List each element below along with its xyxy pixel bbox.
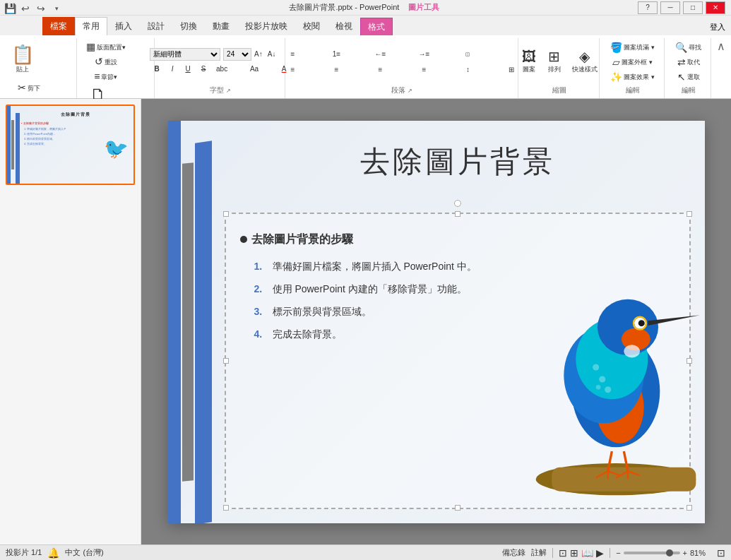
font-color-aa-btn[interactable]: Aa: [233, 62, 275, 76]
section-btn[interactable]: ≡ 章節▾: [83, 69, 129, 83]
reset-icon: ↺: [95, 56, 103, 66]
tab-design[interactable]: 設計: [140, 17, 172, 35]
tab-animation[interactable]: 動畫: [205, 17, 237, 35]
handle-ml[interactable]: [223, 358, 229, 364]
tab-insert[interactable]: 插入: [107, 17, 140, 35]
slide-area[interactable]: 去除圖片背景 去除圖片背景的步驟: [141, 99, 731, 544]
picture-btn[interactable]: 🖼 圖案: [518, 44, 540, 80]
save-btn[interactable]: 💾: [3, 1, 17, 16]
notes-btn[interactable]: 備忘錄: [502, 547, 525, 558]
layout-btn[interactable]: ▦ 版面配置▾: [83, 40, 129, 54]
handle-tl[interactable]: [223, 211, 229, 217]
zoom-out-btn[interactable]: −: [616, 549, 620, 557]
edit-group-label: 編輯: [682, 85, 696, 97]
select-label: 選取: [687, 73, 700, 82]
find-icon: 🔍: [675, 42, 687, 52]
rotate-handle[interactable]: [454, 200, 461, 207]
replace-label: 取代: [687, 58, 700, 67]
align-center-btn[interactable]: ≡: [315, 63, 357, 77]
font-size-select[interactable]: 24: [223, 48, 251, 61]
para-row2: ≡ ≡ ≡ ≡ ↕ ⊞: [271, 63, 533, 77]
paste-label: 貼上: [16, 65, 29, 74]
tab-transition[interactable]: 切換: [172, 17, 205, 35]
cut-btn[interactable]: ✂ 剪下: [7, 81, 51, 95]
columns-btn[interactable]: ⎅: [446, 47, 489, 61]
underline-btn[interactable]: U: [181, 62, 195, 76]
char-spacing-btn[interactable]: abc: [212, 62, 232, 76]
font-increase-btn[interactable]: A↑: [252, 48, 265, 61]
slide-panel: 1 去除圖片背景 • 去除圖片背景的步驟 1. 準備好圖片檔案，將圖片插入P 2…: [0, 99, 141, 544]
align-right-btn[interactable]: ≡: [359, 63, 401, 77]
signin-btn[interactable]: 登入: [704, 19, 731, 35]
step-num-2: 2.: [254, 279, 268, 299]
tab-format[interactable]: 格式: [360, 18, 393, 36]
slide-thumb-1[interactable]: 去除圖片背景 • 去除圖片背景的步驟 1. 準備好圖片檔案，將圖片插入P 2. …: [6, 105, 135, 185]
minimize-btn[interactable]: ─: [660, 1, 680, 14]
increase-indent-btn[interactable]: →≡: [403, 47, 445, 61]
layout-icon: ▦: [86, 42, 95, 52]
slide-sorter-btn[interactable]: ⊞: [570, 547, 578, 559]
normal-view-btn[interactable]: ⊡: [559, 547, 567, 559]
replace-btn[interactable]: ⇄ 取代: [667, 55, 710, 69]
arrange-btn[interactable]: ⊞ 排列: [543, 44, 566, 80]
picture-tools-label: 圖片工具: [408, 3, 439, 11]
cut-label: 剪下: [28, 84, 40, 93]
help-btn[interactable]: ?: [638, 1, 658, 14]
step-num-3: 3.: [254, 302, 268, 321]
bold-btn[interactable]: B: [150, 62, 164, 76]
status-bar: 投影片 1/1 🔔 中文 (台灣) 備忘錄 註解 ⊡ ⊞ 📖 ▶ − + 81%…: [0, 544, 731, 560]
numbering-btn[interactable]: 1≡: [315, 47, 357, 61]
paragraph-group-label: 段落 ↗: [391, 85, 412, 97]
handle-bl[interactable]: [223, 505, 229, 511]
fit-window-btn[interactable]: ⊡: [717, 547, 725, 559]
title-bar-controls: ? ─ □ ✕: [638, 1, 725, 14]
paste-btn[interactable]: 📋 貼上: [7, 40, 38, 79]
outline-label: 圖案外框 ▾: [622, 58, 653, 67]
edit-btns: 🔍 尋找 ⇄ 取代 ↖ 選取: [667, 40, 710, 84]
wing-spot-4: [595, 384, 600, 389]
thumb-deco-blue2: [16, 113, 20, 184]
decrease-indent-btn[interactable]: ←≡: [359, 47, 401, 61]
deco-gray-bar: [182, 162, 194, 481]
comments-btn[interactable]: 註解: [531, 547, 547, 558]
shape-outline-btn[interactable]: ▱ 圖案外框 ▾: [607, 55, 658, 69]
tab-review[interactable]: 校閱: [295, 17, 328, 35]
close-btn[interactable]: ✕: [706, 1, 725, 14]
find-btn[interactable]: 🔍 尋找: [667, 40, 710, 54]
redo-btn[interactable]: ↪: [34, 1, 48, 16]
customize-qa-btn[interactable]: ▾: [49, 1, 64, 16]
tab-home[interactable]: 常用: [75, 17, 107, 35]
shape-effect-btn[interactable]: ✨ 圖案效果 ▾: [607, 70, 658, 84]
handle-tm[interactable]: [455, 211, 460, 217]
slideshow-btn[interactable]: ▶: [596, 547, 604, 559]
align-left-btn[interactable]: ≡: [271, 63, 314, 77]
select-btn[interactable]: ↖ 選取: [667, 70, 710, 84]
ribbon-group-thumbnail: 🖼 圖案 ⊞ 排列 ◈ 快速樣式 縮圖: [520, 38, 600, 98]
branch-rect: [552, 467, 696, 491]
undo-btn[interactable]: ↩: [18, 1, 32, 16]
maximize-btn[interactable]: □: [683, 1, 703, 14]
strikethrough-btn[interactable]: S: [196, 62, 210, 76]
thumb-title-text: 去除圖片背景: [20, 112, 131, 118]
tab-slideshow[interactable]: 投影片放映: [237, 17, 295, 35]
zoom-thumb: [666, 549, 673, 556]
slide-col: ▦ 版面配置▾ ↺ 重設 ≡ 章節▾: [83, 40, 129, 83]
shape-fill-btn[interactable]: 🪣 圖案填滿 ▾: [607, 40, 658, 54]
quick-style-btn[interactable]: ◈ 快速樣式: [569, 44, 601, 80]
tab-view[interactable]: 檢視: [328, 17, 360, 35]
tab-file[interactable]: 檔案: [42, 17, 75, 35]
linespacing-btn[interactable]: ↕: [446, 63, 489, 77]
handle-bm[interactable]: [455, 505, 460, 511]
justify-btn[interactable]: ≡: [403, 63, 445, 77]
reading-view-btn[interactable]: 📖: [581, 547, 593, 559]
zoom-slider[interactable]: [624, 552, 680, 554]
notes-mode-icon[interactable]: 🔔: [47, 547, 59, 559]
italic-btn[interactable]: I: [165, 62, 179, 76]
font-family-select[interactable]: 新細明體: [150, 48, 220, 61]
zoom-in-btn[interactable]: +: [683, 549, 687, 557]
bullets-btn[interactable]: ≡: [271, 47, 314, 61]
ribbon-collapse-btn[interactable]: ∧: [714, 38, 728, 54]
reset-label: 重設: [105, 58, 117, 67]
reset-btn[interactable]: ↺ 重設: [83, 54, 129, 68]
para-row1: ≡ 1≡ ←≡ →≡ ⎅: [271, 47, 533, 61]
